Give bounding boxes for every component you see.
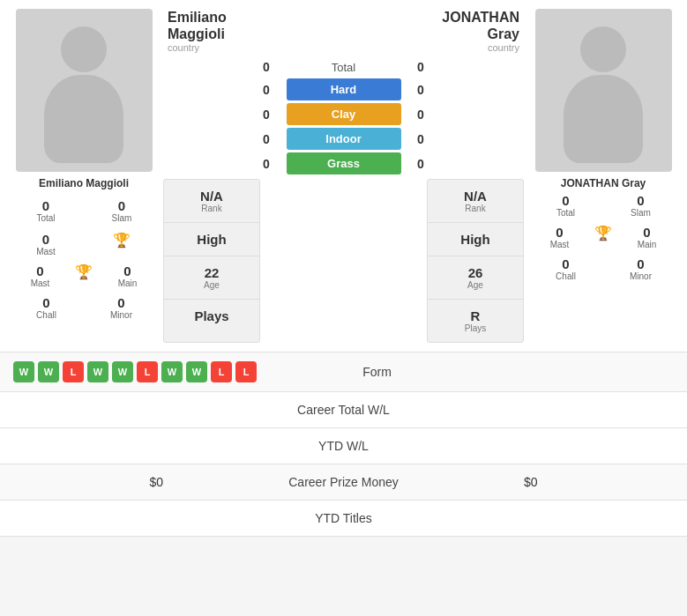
left-age-item: 22 Age	[164, 256, 259, 300]
left-minor-cell: 0 Minor	[84, 292, 159, 323]
right-trophy-icon: 🏆	[594, 225, 612, 241]
left-name-line1: Emiliano	[168, 9, 227, 26]
right-player-name: JONATHAN Gray	[561, 177, 646, 189]
left-slam-label: Slam	[86, 213, 157, 223]
left-stat-panel: N/A Rank High 22 Age Plays	[163, 179, 260, 343]
right-main-lbl: Main	[617, 240, 676, 249]
left-trophy-cell2: 🏆	[73, 260, 94, 292]
ytd-wl-label: YTD W/L	[190, 439, 497, 453]
center-spacer	[265, 179, 422, 343]
panels-row: N/A Rank High 22 Age Plays	[163, 179, 524, 343]
right-slam-cell: 0 Slam	[603, 189, 678, 221]
right-total-val: 0	[530, 193, 601, 208]
right-slam-lbl: Slam	[605, 208, 676, 218]
left-rank-val: N/A	[171, 189, 252, 204]
left-main-cell2: 0 Main	[96, 260, 159, 292]
left-slam-cell: 0 Slam	[85, 195, 159, 226]
left-player-name: Emiliano Maggioli	[39, 177, 129, 189]
right-rank-lbl: Rank	[435, 204, 516, 213]
prize-right-value: $0	[524, 475, 538, 489]
left-total-score: 0	[256, 60, 278, 74]
right-total-score: 0	[410, 60, 432, 74]
clay-left-val: 0	[256, 108, 278, 122]
left-player-stats: 0 Total 0 Slam 0 Mast 🏆 0 Main	[9, 195, 159, 260]
right-age-item: 26 Age	[428, 256, 523, 300]
right-plays-lbl: Plays	[435, 323, 516, 333]
prize-money-row: $0 Career Prize Money $0	[0, 464, 687, 501]
form-badge-7: W	[161, 361, 183, 382]
left-avatar	[16, 9, 153, 172]
indoor-right-val: 0	[410, 132, 432, 146]
form-badges: W W L W W L W W L L	[13, 361, 257, 382]
total-label: Total	[287, 61, 401, 74]
right-country: country	[442, 42, 519, 53]
left-plays-val: Plays	[171, 308, 252, 323]
hard-left-val: 0	[256, 83, 278, 97]
prize-right: $0	[497, 475, 674, 489]
left-total-value: 0	[11, 198, 81, 213]
left-mast-cell2: 0 Mast	[9, 260, 71, 292]
right-stats-row3: 0 Chall 0 Minor	[528, 253, 678, 285]
left-rank-lbl: Rank	[171, 204, 252, 213]
left-name-top: Emiliano Maggioli country	[168, 9, 227, 53]
right-mast-val: 0	[530, 225, 589, 240]
right-player-area: JONATHAN Gray 0 Total 0 Slam 0 Mast 🏆	[528, 9, 678, 343]
left-surface-val: High	[171, 232, 252, 247]
right-surface-val: High	[435, 232, 516, 247]
form-badge-10: L	[235, 361, 257, 382]
form-badge-3: L	[63, 361, 84, 382]
form-badge-5: W	[112, 361, 133, 382]
career-total-row: Career Total W/L	[0, 392, 687, 428]
right-stats-row1: 0 Total 0 Slam	[528, 189, 678, 221]
left-plays-item: Plays	[164, 300, 259, 332]
right-rank-item: N/A Rank	[428, 180, 523, 223]
left-mast-value: 0	[11, 232, 81, 247]
left-mast-val2: 0	[11, 263, 70, 278]
clay-badge: Clay	[287, 103, 401, 125]
right-slam-val: 0	[605, 193, 676, 208]
right-plays-val: R	[435, 308, 516, 323]
grass-badge: Grass	[287, 152, 401, 174]
form-row: W W L W W L W W L L Form	[0, 353, 687, 392]
surface-container: 0 Hard 0 0 Clay 0 0 Indoor 0	[163, 78, 524, 174]
left-minor-lbl: Minor	[86, 310, 157, 320]
left-player-area: Emiliano Maggioli 0 Total 0 Slam 0 Mast …	[9, 9, 159, 343]
left-chall-val: 0	[11, 295, 82, 310]
left-trophy-icon2: 🏆	[75, 263, 93, 280]
right-rank-val: N/A	[435, 189, 516, 204]
right-total-lbl: Total	[530, 208, 601, 218]
grass-right-val: 0	[410, 157, 432, 171]
left-stats-row3: 0 Chall 0 Minor	[9, 292, 159, 323]
left-stats-row2: 0 Mast 🏆 0 Main	[9, 260, 159, 292]
left-total-label: Total	[11, 213, 81, 223]
right-plays-item: R Plays	[428, 300, 523, 342]
surface-row-clay: 0 Clay 0	[163, 103, 524, 125]
left-chall-cell: 0 Chall	[9, 292, 84, 323]
bottom-section: W W L W W L W W L L Form Career Total W/…	[0, 352, 687, 537]
form-badge-8: W	[186, 361, 207, 382]
right-main-cell: 0 Main	[616, 221, 678, 253]
total-row: 0 Total 0	[163, 60, 524, 74]
form-badge-4: W	[87, 361, 108, 382]
top-names-row: Emiliano Maggioli country JONATHAN Gray …	[163, 9, 524, 53]
prize-left-value: $0	[149, 475, 163, 489]
left-mast-label: Mast	[11, 247, 81, 256]
right-surface-item: High	[428, 223, 523, 256]
surface-row-grass: 0 Grass 0	[163, 152, 524, 174]
right-name-line1: JONATHAN	[442, 9, 519, 26]
clay-right-val: 0	[410, 108, 432, 122]
left-country: country	[168, 42, 227, 53]
indoor-left-val: 0	[256, 132, 278, 146]
left-age-val: 22	[171, 265, 252, 280]
top-section: Emiliano Maggioli 0 Total 0 Slam 0 Mast …	[0, 0, 687, 352]
ytd-titles-label: YTD Titles	[190, 511, 497, 525]
right-chall-val: 0	[530, 256, 601, 271]
prize-left: $0	[13, 475, 190, 489]
right-mast-cell: 0 Mast	[528, 221, 591, 253]
left-surface-item: High	[164, 223, 259, 256]
left-rank-item: N/A Rank	[164, 180, 259, 223]
right-stats-row2: 0 Mast 🏆 0 Main	[528, 221, 678, 253]
left-main-lbl2: Main	[98, 278, 157, 288]
form-badge-9: L	[211, 361, 232, 382]
left-minor-val: 0	[86, 295, 157, 310]
